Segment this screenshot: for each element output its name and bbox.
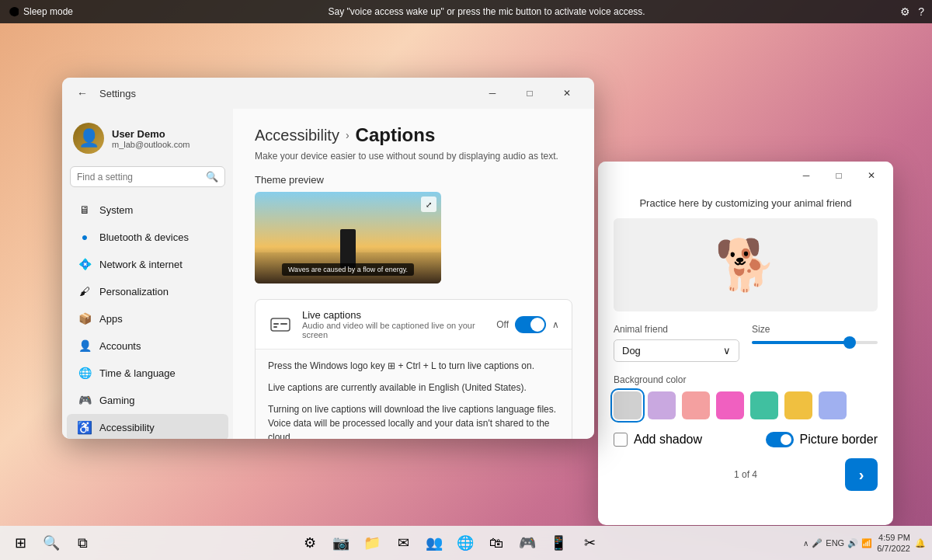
- search-input[interactable]: [77, 172, 201, 183]
- availability-text: Live captions are currently available in…: [268, 381, 559, 395]
- time-display[interactable]: 4:59 PM 6/7/2022: [877, 532, 910, 555]
- caption-info: Live captions Audio and video will be ca…: [302, 309, 487, 339]
- animal-controls: Animal friend Dog ∨ Size: [614, 324, 878, 362]
- animal-panel-title: Practice here by customizing your animal…: [614, 197, 878, 209]
- animal-friend-control: Animal friend Dog ∨: [614, 324, 739, 362]
- animal-close-button[interactable]: ✕: [856, 165, 887, 186]
- start-button[interactable]: ⊞: [6, 529, 34, 557]
- taskbar-phone-icon[interactable]: 📱: [544, 529, 572, 557]
- size-label: Size: [752, 324, 878, 335]
- swatch-teal[interactable]: [750, 391, 778, 419]
- bluetooth-label: Bluetooth & devices: [99, 231, 189, 243]
- live-captions-toggle[interactable]: [515, 316, 546, 333]
- dog-emoji: 🐕: [715, 236, 777, 294]
- picture-border-label: Picture border: [800, 433, 878, 447]
- mic-icon[interactable]: 🎤: [812, 538, 822, 548]
- apps-label: Apps: [99, 313, 123, 325]
- taskbar-mail-icon[interactable]: ✉: [389, 529, 417, 557]
- volume-icon[interactable]: 🔊: [847, 538, 858, 548]
- picture-border-toggle[interactable]: [766, 432, 794, 447]
- sidebar-item-apps[interactable]: 📦 Apps: [67, 305, 228, 332]
- animal-titlebar: ─ □ ✕: [598, 162, 893, 190]
- swatch-pink[interactable]: [682, 391, 710, 419]
- expand-chevron-icon[interactable]: ∧: [552, 319, 559, 330]
- swatch-yellow[interactable]: [784, 391, 812, 419]
- taskbar-store-icon[interactable]: 🛍: [482, 529, 510, 557]
- settings-icon[interactable]: ⚙: [900, 5, 910, 18]
- apps-icon: 📦: [78, 311, 92, 325]
- task-view-button[interactable]: ⧉: [68, 529, 96, 557]
- back-button[interactable]: ←: [71, 82, 93, 104]
- user-info: User Demo m_lab@outlook.com: [112, 128, 190, 149]
- taskbar-teams-icon[interactable]: 👥: [420, 529, 448, 557]
- add-shadow-label: Add shadow: [634, 433, 702, 447]
- captions-icon: [268, 312, 293, 337]
- close-button[interactable]: ✕: [549, 81, 585, 106]
- animal-minimize-button[interactable]: ─: [791, 165, 822, 186]
- svg-rect-3: [273, 326, 277, 328]
- preview-image: Waves are caused by a flow of energy.: [255, 192, 441, 283]
- sidebar-item-network[interactable]: 💠 Network & internet: [67, 251, 228, 277]
- svg-rect-0: [271, 318, 290, 331]
- swatch-purple[interactable]: [648, 391, 676, 419]
- accessibility-label: Accessibility: [99, 422, 155, 433]
- search-taskbar-button[interactable]: 🔍: [37, 529, 65, 557]
- user-profile[interactable]: 👤 User Demo m_lab@outlook.com: [62, 117, 233, 166]
- size-slider-thumb[interactable]: [843, 336, 856, 349]
- maximize-button[interactable]: □: [512, 81, 548, 106]
- lang-label[interactable]: ENG: [826, 538, 844, 548]
- sidebar-item-system[interactable]: 🖥 System: [67, 197, 228, 223]
- live-captions-header[interactable]: Live captions Audio and video will be ca…: [256, 300, 572, 349]
- page-title: Captions: [356, 124, 436, 146]
- search-box[interactable]: 🔍: [70, 166, 225, 187]
- chevron-tray-icon[interactable]: ∧: [803, 539, 809, 548]
- theme-preview-box: Waves are caused by a flow of energy. ⤢: [255, 192, 441, 283]
- swatch-hot-pink[interactable]: [716, 391, 744, 419]
- picture-border-item: Picture border: [766, 432, 878, 447]
- caption-toggle-area: Off ∧: [496, 316, 559, 333]
- time-label: Time & language: [99, 367, 176, 379]
- pagination-area: 1 of 4 ›: [614, 458, 878, 491]
- taskbar-explorer-icon[interactable]: 📁: [358, 529, 386, 557]
- taskbar-xbox-icon[interactable]: 🎮: [513, 529, 541, 557]
- sidebar-item-gaming[interactable]: 🎮 Gaming: [67, 387, 228, 413]
- breadcrumb-parent[interactable]: Accessibility: [255, 127, 339, 144]
- personalization-icon: 🖌: [78, 284, 92, 298]
- help-icon[interactable]: ?: [918, 5, 924, 18]
- download-text: Turning on live captions will download t…: [268, 402, 559, 439]
- sidebar-item-accounts[interactable]: 👤 Accounts: [67, 332, 228, 359]
- minimize-button[interactable]: ─: [475, 81, 510, 106]
- sidebar-item-bluetooth[interactable]: ● Bluetooth & devices: [67, 224, 228, 250]
- animal-content: Practice here by customizing your animal…: [598, 190, 893, 503]
- select-chevron-icon: ∨: [723, 345, 731, 357]
- swatch-blue[interactable]: [819, 391, 847, 419]
- sidebar-item-personalization[interactable]: 🖌 Personalization: [67, 278, 228, 304]
- animal-maximize-button[interactable]: □: [823, 165, 854, 186]
- sidebar-item-accessibility[interactable]: ♿ Accessibility: [67, 414, 228, 439]
- svg-rect-2: [280, 323, 287, 325]
- add-shadow-checkbox[interactable]: [614, 433, 628, 447]
- animal-friend-label: Animal friend: [614, 324, 739, 335]
- network-label: Network & internet: [99, 259, 183, 270]
- toggle-knob: [530, 318, 544, 332]
- sidebar-item-time[interactable]: 🌐 Time & language: [67, 360, 228, 386]
- caption-title: Live captions: [302, 309, 487, 321]
- background-color-section: Background color: [614, 374, 878, 419]
- settings-title: Settings: [99, 88, 468, 99]
- taskbar-snip-icon[interactable]: ✂: [576, 529, 603, 557]
- animal-display: 🐕: [614, 218, 878, 311]
- taskbar-photos-icon[interactable]: 📷: [327, 529, 355, 557]
- swatch-gray[interactable]: [614, 391, 642, 419]
- expand-preview-button[interactable]: ⤢: [421, 197, 436, 212]
- size-slider[interactable]: [752, 341, 878, 344]
- network-icon: 💠: [78, 257, 92, 271]
- color-swatches: [614, 391, 878, 419]
- network-tray-icon[interactable]: 📶: [861, 538, 872, 548]
- animal-select[interactable]: Dog ∨: [614, 339, 739, 362]
- notification-icon[interactable]: 🔔: [915, 538, 926, 548]
- sleep-mode-area: Sleep mode: [8, 6, 73, 17]
- taskbar-edge-icon[interactable]: 🌐: [451, 529, 479, 557]
- taskbar-settings-icon[interactable]: ⚙: [296, 529, 324, 557]
- next-button[interactable]: ›: [845, 458, 878, 491]
- page-header: Accessibility › Captions: [255, 124, 572, 146]
